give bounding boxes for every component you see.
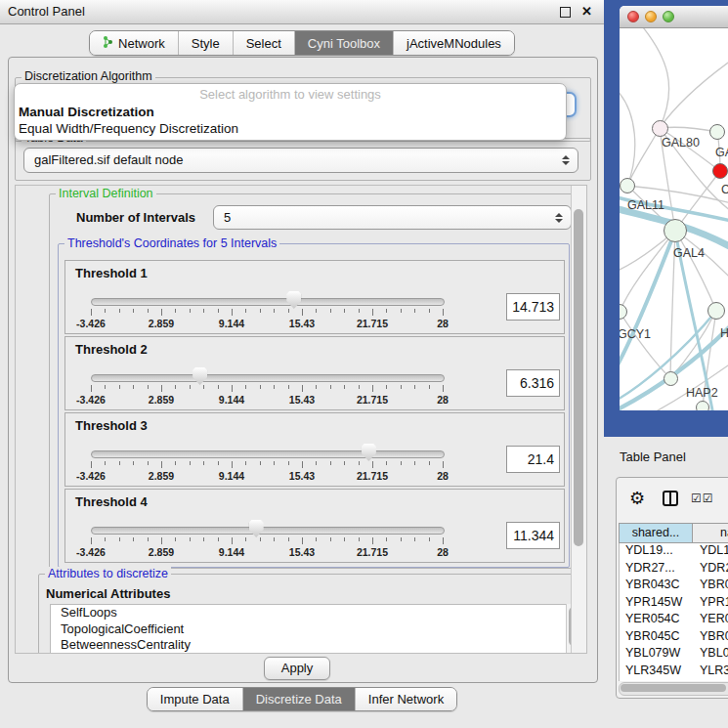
tab-infer-network[interactable]: Infer Network: [356, 688, 456, 710]
slider-thumb-icon[interactable]: [362, 444, 376, 461]
network-node-hap2[interactable]: [664, 371, 678, 386]
threshold-label: Threshold 1: [75, 266, 148, 280]
cyni-toolbox-panel: Discretization Algorithm Select algorith…: [8, 57, 598, 683]
gear-icon[interactable]: ⚙: [629, 488, 645, 509]
table-data-group: Table Data galFiltered.sif default node: [15, 138, 591, 181]
tab-jactivemnodules[interactable]: jActiveMNodules: [394, 31, 514, 55]
column-header-name[interactable]: na: [693, 524, 728, 542]
attribute-item[interactable]: SelfLoops: [51, 605, 567, 621]
network-node-h[interactable]: [707, 302, 725, 320]
thresholds-group: Threshold's Coordinates for 5 Intervals …: [58, 243, 570, 568]
threshold-slider[interactable]: -3.4262.8599.14415.4321.71528: [91, 290, 443, 333]
table-row[interactable]: YER054CYER0: [620, 612, 728, 629]
threshold-slider[interactable]: -3.4262.8599.14415.4321.71528: [91, 366, 443, 409]
number-of-intervals-label: Number of Intervals: [76, 210, 195, 225]
slider-thumb-icon[interactable]: [193, 367, 207, 385]
threshold-panel-2: Threshold 2-3.4262.8599.14415.4321.71528…: [64, 336, 565, 410]
float-window-icon[interactable]: [560, 7, 571, 18]
threshold-label: Threshold 2: [75, 342, 148, 357]
node-label: H: [720, 326, 728, 340]
node-label: GAL4: [673, 246, 705, 260]
tab-network[interactable]: Network: [90, 31, 179, 55]
close-icon[interactable]: ✕: [581, 4, 592, 19]
table-data-combobox[interactable]: galFiltered.sif default node: [23, 148, 578, 173]
network-icon: [103, 35, 113, 51]
control-panel-titlebar: Control Panel ✕: [0, 0, 604, 24]
table-row[interactable]: YPR145WYPR1: [620, 595, 728, 613]
node-label: GCY1: [620, 327, 651, 341]
node-table: shared... na YDL19...YDL1YDR27...YDR2YBR…: [619, 523, 728, 681]
slider-thumb-icon[interactable]: [249, 520, 264, 537]
table-row[interactable]: YLR345WYLR3: [620, 664, 728, 681]
top-tab-bar: NetworkStyleSelectCyni ToolboxjActiveMNo…: [89, 30, 515, 56]
network-node-ga[interactable]: [709, 124, 725, 140]
control-panel: Control Panel ✕ NetworkStyleSelectCyni T…: [0, 0, 604, 728]
number-of-intervals-combobox[interactable]: 5: [213, 205, 572, 230]
minimize-traffic-light-icon[interactable]: [645, 11, 657, 22]
slider-thumb-icon[interactable]: [286, 291, 301, 309]
threshold-value-field[interactable]: 21.4: [506, 446, 560, 473]
tab-discretize-data[interactable]: Discretize Data: [243, 688, 356, 710]
table-panel-title: Table Panel: [620, 450, 686, 464]
node-label: HAP2: [686, 386, 718, 400]
threshold-value-field[interactable]: 11.344: [506, 522, 560, 549]
table-panel-region: Table Panel ⚙ ☑☑ shared... na YDL19...YD…: [604, 437, 728, 728]
node-label: C: [721, 183, 728, 196]
table-row[interactable]: YBR043CYBR0: [620, 578, 728, 595]
tab-impute-data[interactable]: Impute Data: [148, 688, 243, 710]
algorithm-placeholder: Select algorithm to view settings: [15, 84, 566, 104]
threshold-value-field[interactable]: 6.316: [506, 369, 560, 397]
table-row[interactable]: YBL079WYBL0: [620, 646, 728, 664]
network-node-gal80[interactable]: [652, 120, 668, 137]
tab-style[interactable]: Style: [179, 31, 234, 55]
threshold-slider[interactable]: -3.4262.8599.14415.4321.71528: [91, 519, 443, 562]
network-view-window: GAL80GACGAL11GAL4GCY1HHAP2: [604, 0, 728, 437]
settings-vertical-scrollbar[interactable]: [571, 186, 586, 653]
table-row[interactable]: YIL052CYIL0: [620, 680, 728, 681]
table-toolbar: ⚙ ☑☑: [617, 478, 728, 523]
threshold-label: Threshold 4: [75, 494, 148, 509]
combo-arrows-icon: [562, 149, 570, 172]
tab-cyni-toolbox[interactable]: Cyni Toolbox: [295, 31, 394, 55]
table-row[interactable]: YBR045CYBR0: [620, 629, 728, 647]
node-label: GAL80: [662, 136, 700, 150]
column-checkboxes-icon[interactable]: ☑☑: [691, 492, 714, 505]
algorithm-option-manual[interactable]: Manual Discretization: [15, 104, 566, 120]
table-row[interactable]: YDL19...YDL1: [620, 543, 728, 561]
threshold-panel-3: Threshold 3-3.4262.8599.14415.4321.71528…: [64, 412, 565, 487]
network-window-titlebar[interactable]: [620, 6, 728, 28]
number-of-intervals-value: 5: [224, 210, 231, 225]
algorithm-option-equal-width[interactable]: Equal Width/Frequency Discretization: [15, 120, 566, 137]
node-label: GAL11: [627, 198, 664, 212]
threshold-value-field[interactable]: 14.713: [506, 293, 560, 321]
numerical-attributes-list[interactable]: SelfLoopsTopologicalCoefficientBetweenne…: [50, 604, 568, 654]
column-header-shared[interactable]: shared...: [620, 524, 693, 542]
table-panel: ⚙ ☑☑ shared... na YDL19...YDL1YDR27...YD…: [616, 477, 728, 699]
close-traffic-light-icon[interactable]: [627, 11, 639, 22]
network-node-gal4[interactable]: [664, 219, 687, 242]
table-data-selected: galFiltered.sif default node: [34, 152, 183, 167]
attribute-item[interactable]: BetweennessCentrality: [51, 637, 567, 654]
attributes-group-title: Attributes to discretize: [45, 567, 171, 580]
zoom-traffic-light-icon[interactable]: [663, 11, 674, 22]
threshold-label: Threshold 3: [75, 418, 148, 433]
tab-select[interactable]: Select: [234, 31, 295, 55]
split-columns-icon[interactable]: [663, 491, 678, 506]
table-row[interactable]: YDR27...YDR2: [620, 561, 728, 578]
table-horizontal-scrollbar[interactable]: [619, 682, 728, 696]
network-node-c[interactable]: [712, 163, 728, 179]
threshold-panel-1: Threshold 1-3.4262.8599.14415.4321.71528…: [64, 260, 565, 334]
numerical-attributes-label: Numerical Attributes: [46, 586, 170, 601]
settings-scrollpane: Interval Definition Number of Intervals …: [15, 185, 587, 654]
network-node-gal11[interactable]: [620, 178, 635, 193]
apply-button[interactable]: Apply: [264, 657, 330, 680]
network-canvas[interactable]: GAL80GACGAL11GAL4GCY1HHAP2: [620, 28, 728, 410]
attribute-item[interactable]: TopologicalCoefficient: [51, 621, 567, 638]
interval-definition-title: Interval Definition: [56, 187, 156, 200]
network-node[interactable]: [696, 401, 709, 410]
threshold-panel-4: Threshold 4-3.4262.8599.14415.4321.71528…: [64, 489, 565, 563]
thresholds-group-title: Threshold's Coordinates for 5 Intervals: [64, 236, 279, 250]
algorithm-dropdown-popup: Select algorithm to view settings Manual…: [14, 83, 567, 141]
threshold-slider[interactable]: -3.4262.8599.14415.4321.71528: [91, 443, 443, 486]
combo-arrows-icon: [555, 206, 563, 229]
